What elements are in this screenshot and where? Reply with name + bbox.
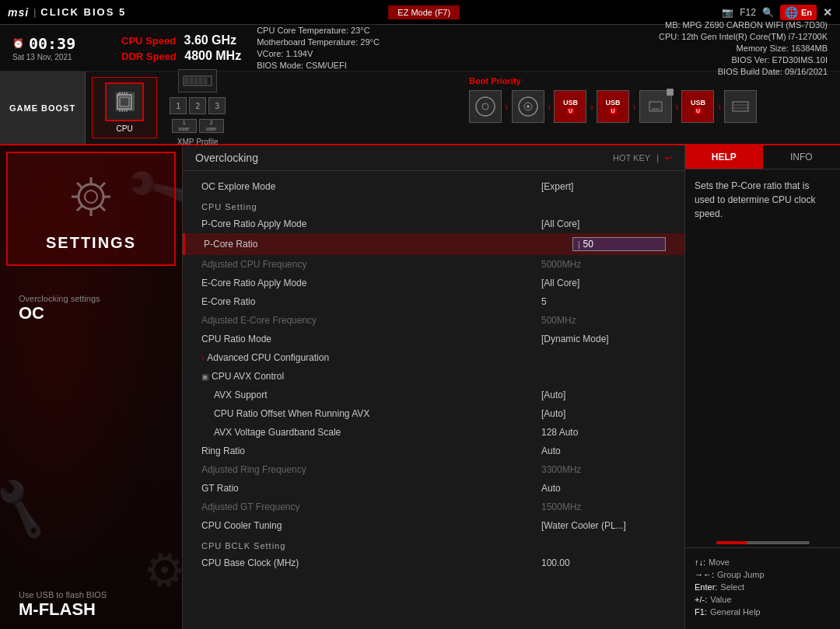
setting-adj-e-core-freq: Adjusted E-Core Frequency 500MHz [183,311,684,330]
divider: | [33,7,36,18]
usb3-badge: U [695,107,702,114]
settings-icon-area [60,166,122,228]
setting-ring-ratio[interactable]: Ring Ratio Auto [183,442,684,460]
tab-cpu[interactable]: ⬛ CPU [92,77,157,138]
adj-cpu-freq-value: 5000MHz [541,259,666,270]
hotkey-icon[interactable]: ↩ [665,153,672,163]
shortcut-desc-value: Value [710,595,731,604]
boot-device-network[interactable] [724,90,757,123]
shortcuts-panel: ↑↓: Move →←: Group Jump Enter: Select +/… [685,547,840,629]
cpu-setting-group: CPU Setting [183,196,684,215]
optical-icon [517,96,539,117]
hotkey-divider: | [656,153,659,162]
svg-point-17 [482,103,488,110]
setting-avx-support[interactable]: AVX Support [Auto] [183,386,684,404]
bios-ver: BIOS Ver: E7D30IMS.10I [659,55,828,65]
cpu-info: CPU: 12th Gen Intel(R) Core(TM) i7-12700… [659,32,828,41]
svg-rect-1 [120,97,129,107]
xmp-user-2[interactable]: 2user [199,119,224,133]
info-bar: ⏰ 00:39 Sat 13 Nov, 2021 CPU Speed 3.60 … [0,25,840,72]
tab-info[interactable]: INFO [763,145,841,169]
setting-oc-explore[interactable]: OC Explore Mode [Expert] [183,177,684,196]
ez-mode-button[interactable]: EZ Mode (F7) [388,5,460,19]
setting-gt-ratio[interactable]: GT Ratio Auto [183,479,684,498]
svg-line-32 [77,183,82,188]
boot-device-optical[interactable] [512,90,544,123]
setting-avx-voltage[interactable]: AVX Voltage Guardband Scale 128 Auto [183,423,684,442]
p-core-apply-name: P-Core Ratio Apply Mode [201,218,306,229]
oc-settings-list[interactable]: OC Explore Mode [Expert] CPU Setting P-C… [183,171,684,629]
svg-line-35 [77,205,82,211]
usb2-label: USB [606,99,621,107]
adj-e-core-freq-name: Adjusted E-Core Frequency [201,315,317,326]
p-core-ratio-name: P-Core Ratio [204,239,257,250]
setting-p-core-apply[interactable]: P-Core Ratio Apply Mode [All Core] [183,215,684,233]
xmp-num-2[interactable]: 2 [189,97,206,114]
arrow-1: › [505,100,509,113]
usb3-label: USB [691,99,705,107]
cpu-svg-icon [113,90,136,114]
shortcut-desc-enter: Select [720,582,744,592]
avx-support-value: [Auto] [541,390,666,400]
boot-priority-label: Boot Priority [469,76,828,86]
setting-cpu-cooler[interactable]: CPU Cooler Tuning [Water Cooler (PL...] [183,516,684,535]
setting-p-core-ratio[interactable]: P-Core Ratio | 50 [183,233,684,255]
boot-device-usb3[interactable]: USB U [681,90,714,123]
boot-device-hdd[interactable] [469,90,502,123]
svg-rect-11 [185,78,188,84]
xmp-num-1[interactable]: 1 [170,97,187,114]
ring-ratio-value: Auto [541,446,666,456]
sidebar-item-oc[interactable]: Overclocking settings OC [6,285,176,333]
ddr-speed-value: 4800 MHz [184,49,241,62]
xmp-num-3[interactable]: 3 [208,97,226,114]
cpu-ratio-avx-name: CPU Ratio Offset When Running AVX [214,408,369,419]
unknown-badge: U [667,89,674,96]
boost-tabs: ⬛ CPU [86,72,457,144]
cpu-bclk-group: CPU BCLK Setting [183,535,684,554]
box-indicator-icon: ▣ [201,372,208,381]
shortcut-desc-move: Move [709,557,730,567]
shortcut-desc-group: Group Jump [717,570,765,579]
setting-cpu-ratio-mode[interactable]: CPU Ratio Mode [Dynamic Mode] [183,330,684,348]
input-cursor-icon: | [578,240,580,249]
tab-help[interactable]: HELP [685,145,763,169]
setting-cpu-base-clock[interactable]: CPU Base Clock (MHz) 100.00 [183,554,684,572]
adj-ring-freq-value: 3300MHz [541,464,666,475]
help-content: Sets the P-Core ratio that is used to de… [685,169,840,538]
setting-cpu-ratio-avx[interactable]: CPU Ratio Offset When Running AVX [Auto] [183,404,684,423]
help-text: Sets the P-Core ratio that is used to de… [695,179,831,221]
mb-temp: Motherboard Temperature: 29°C [257,37,643,47]
boot-device-unknown[interactable]: U [639,90,672,123]
tab-xmp[interactable]: 1 2 3 1user 2user XMP Profile [157,66,238,149]
search-icon[interactable]: 🔍 [762,7,774,18]
mb-section: MB: MPG Z690 CARBON WIFI (MS-7D30) CPU: … [659,20,828,76]
usb1-badge: U [567,107,574,114]
close-button[interactable]: ✕ [823,6,832,19]
sidebar-item-settings[interactable]: SETTINGS [6,152,176,266]
boot-priority-section: Boot Priority › › USB [457,72,840,144]
setting-cpu-avx-header[interactable]: ▣ CPU AVX Control [183,367,684,386]
svg-rect-13 [194,78,198,84]
adj-ring-freq-name: Adjusted Ring Frequency [201,464,306,475]
p-core-ratio-input[interactable]: | 50 [572,237,666,251]
language-button[interactable]: 🌐 En [780,5,817,20]
boot-device-usb1[interactable]: USB U [554,90,586,123]
hdd-icon [474,96,496,117]
shortcut-f1: F1: General Help [695,607,831,617]
e-core-apply-value: [All Core] [541,278,666,288]
svg-rect-23 [733,102,748,111]
setting-adv-cpu-config[interactable]: › Advanced CPU Configuration [183,348,684,367]
e-core-ratio-name: E-Core Ratio [201,296,255,307]
svg-rect-14 [199,78,202,84]
sidebar-item-mflash[interactable]: Use USB to flash BIOS M-FLASH [6,581,176,629]
svg-line-33 [100,205,105,211]
setting-e-core-apply[interactable]: E-Core Ratio Apply Mode [All Core] [183,274,684,292]
setting-e-core-ratio[interactable]: E-Core Ratio 5 [183,292,684,311]
hotkey-label: HOT KEY [613,153,650,162]
boot-device-usb2[interactable]: USB U [597,90,629,123]
left-sidebar: 🔧 🔧 ⚙ SETTINGS [0,145,183,629]
ddr-speed-row: DDR Speed 4800 MHz [121,49,241,63]
xmp-user-1[interactable]: 1user [172,119,197,133]
svg-rect-22 [652,108,660,111]
camera-icon[interactable]: 📷 [722,7,733,18]
